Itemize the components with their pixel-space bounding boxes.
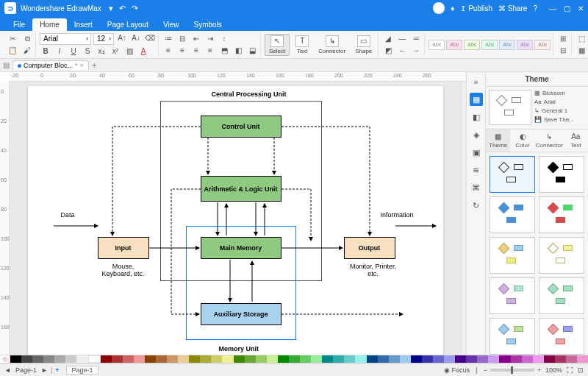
- color-bar[interactable]: ⦸: [0, 355, 588, 363]
- highlight-icon[interactable]: ▨: [123, 46, 135, 57]
- menu-page-layout[interactable]: Page Layout: [100, 18, 156, 31]
- page[interactable]: Central Processing Unit Memory Unit Cont…: [28, 86, 443, 355]
- font-size-select[interactable]: 12: [93, 33, 114, 45]
- theme-item[interactable]: [490, 237, 535, 274]
- maximize-icon[interactable]: ▢: [564, 4, 570, 13]
- paste-icon[interactable]: 📋: [7, 46, 18, 56]
- subscript-icon[interactable]: x₂: [96, 46, 107, 57]
- valign-bot-icon[interactable]: ⬓: [246, 46, 258, 56]
- theme-item[interactable]: [490, 277, 535, 314]
- side-image-icon[interactable]: ▣: [470, 146, 483, 159]
- arrow-start-icon[interactable]: ←: [396, 46, 408, 56]
- shadow-icon[interactable]: ◩: [382, 46, 394, 56]
- style-7[interactable]: Abc: [534, 40, 551, 50]
- ungroup-icon[interactable]: ⊟: [557, 46, 569, 56]
- align-center-icon[interactable]: ≡: [176, 46, 188, 56]
- theme-item[interactable]: [539, 156, 584, 193]
- close-icon[interactable]: ✕: [578, 4, 584, 13]
- qat-undo-icon[interactable]: ↶: [119, 4, 126, 13]
- fit-page-icon[interactable]: ⛶: [567, 366, 573, 374]
- theme-item[interactable]: [539, 277, 584, 314]
- upgrade-icon[interactable]: ♦: [451, 4, 454, 13]
- strike-icon[interactable]: S: [82, 46, 93, 57]
- cut-icon[interactable]: ✂: [7, 34, 18, 44]
- tab-close-icon[interactable]: ×: [80, 62, 84, 69]
- numbering-icon[interactable]: ⊟: [176, 34, 188, 44]
- tab-menu-icon[interactable]: ▤: [3, 61, 10, 69]
- superscript-icon[interactable]: x²: [110, 46, 121, 57]
- add-tab-button[interactable]: +: [92, 60, 97, 71]
- line-style-icon[interactable]: ═: [410, 34, 422, 44]
- indent-right-icon[interactable]: ⇥: [204, 34, 216, 44]
- vertical-scrollbar[interactable]: [461, 82, 466, 355]
- menu-view[interactable]: View: [156, 18, 187, 31]
- box-alu[interactable]: Arithmetic & Logic Unit: [201, 176, 282, 202]
- style-1[interactable]: Abc: [429, 40, 445, 50]
- align-left-icon[interactable]: ≡: [162, 46, 174, 56]
- format-painter-icon[interactable]: 🖌: [21, 46, 33, 56]
- zoom-slider[interactable]: [490, 369, 534, 372]
- theme-item[interactable]: [490, 156, 535, 193]
- align-icon[interactable]: ▦: [576, 46, 587, 56]
- theme-item[interactable]: [490, 196, 535, 233]
- theme-item[interactable]: [539, 318, 584, 355]
- bold-icon[interactable]: B: [40, 46, 51, 57]
- style-3[interactable]: Abc: [464, 40, 480, 50]
- italic-icon[interactable]: I: [54, 46, 65, 57]
- box-output[interactable]: Output: [344, 237, 395, 259]
- theme-opt-arial[interactable]: AaArial: [534, 99, 585, 105]
- menu-file[interactable]: File: [6, 18, 32, 31]
- side-link-icon[interactable]: ⌘: [470, 181, 483, 194]
- zoom-in-icon[interactable]: +: [537, 366, 541, 374]
- group-icon[interactable]: ⊞: [557, 34, 569, 44]
- font-family-select[interactable]: Arial: [40, 33, 91, 45]
- document-tab[interactable]: Computer Bloc... * ×: [12, 60, 89, 70]
- minimize-icon[interactable]: —: [549, 4, 556, 13]
- side-expand-icon[interactable]: »: [470, 75, 483, 88]
- align-right-icon[interactable]: ≡: [190, 46, 202, 56]
- subtab-text[interactable]: AaText: [564, 130, 588, 152]
- canvas[interactable]: Central Processing Unit Memory Unit Cont…: [10, 82, 461, 355]
- style-5[interactable]: Abc: [499, 40, 515, 50]
- publish-button[interactable]: ↥ Publish: [460, 4, 492, 13]
- bullets-icon[interactable]: ≔: [162, 34, 174, 44]
- page-nav-prev-icon[interactable]: ◄: [4, 366, 11, 374]
- indent-left-icon[interactable]: ⇤: [190, 34, 202, 44]
- theme-item[interactable]: [539, 196, 584, 233]
- arrange-icon[interactable]: ⬚: [576, 34, 587, 44]
- box-aux-storage[interactable]: Auxiliary Storage: [201, 303, 282, 325]
- share-button[interactable]: ⌘ Share: [498, 4, 527, 13]
- arrow-end-icon[interactable]: →: [410, 46, 422, 56]
- menu-symbols[interactable]: Symbols: [187, 18, 229, 31]
- copy-icon[interactable]: ⧉: [21, 34, 33, 44]
- side-theme-icon[interactable]: ▦: [470, 93, 483, 106]
- fill-color-icon[interactable]: ◢: [382, 34, 394, 44]
- box-control-unit[interactable]: Control Unit: [201, 116, 282, 138]
- page-indicator[interactable]: Page-1: [15, 366, 37, 374]
- focus-toggle[interactable]: ◉ Focus: [444, 366, 470, 374]
- side-layer-icon[interactable]: ≋: [470, 163, 483, 177]
- line-spacing-icon[interactable]: ↕: [218, 34, 230, 44]
- fullscreen-icon[interactable]: ⊡: [578, 366, 584, 374]
- box-main-memory[interactable]: Main Memory: [201, 237, 282, 259]
- subtab-connector[interactable]: ↳Connector: [535, 130, 564, 152]
- side-style-icon[interactable]: ◧: [470, 110, 483, 124]
- qat-save-icon[interactable]: ▾: [109, 4, 113, 13]
- valign-mid-icon[interactable]: ◧: [232, 46, 244, 56]
- qat-redo-icon[interactable]: ↷: [132, 4, 138, 13]
- side-history-icon[interactable]: ↻: [470, 199, 483, 212]
- valign-top-icon[interactable]: ⬒: [218, 46, 230, 56]
- increase-font-icon[interactable]: A↑: [116, 33, 128, 43]
- add-page-icon[interactable]: +: [55, 366, 59, 374]
- style-2[interactable]: Abc: [446, 40, 462, 50]
- menu-home[interactable]: Home: [32, 18, 67, 31]
- side-3d-icon[interactable]: ◈: [470, 128, 483, 141]
- tool-shape[interactable]: ▭Shape: [351, 35, 376, 55]
- user-avatar[interactable]: [433, 2, 445, 14]
- style-gallery[interactable]: Abc Abc Abc Abc Abc Abc Abc: [429, 40, 551, 50]
- subtab-color[interactable]: ◐Color: [510, 130, 534, 152]
- tool-select[interactable]: ↖Select: [265, 34, 290, 56]
- style-4[interactable]: Abc: [481, 40, 498, 50]
- theme-item[interactable]: [539, 237, 584, 274]
- box-input[interactable]: Input: [98, 237, 149, 259]
